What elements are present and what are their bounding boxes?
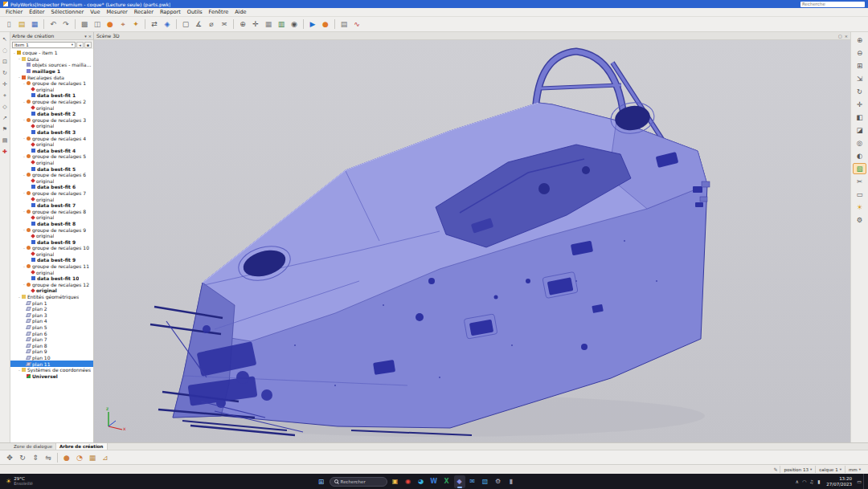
lasso-icon[interactable]: ◌ (1, 47, 10, 55)
tree-item[interactable]: plan 10 (10, 355, 93, 361)
color-map-icon[interactable]: ▧ (853, 163, 866, 174)
tree-item[interactable]: data best-fit 10 (10, 275, 93, 282)
notification-center-icon[interactable]: ▭ (856, 479, 862, 484)
show-desktop-button[interactable] (863, 474, 866, 489)
new-file-icon[interactable]: ▯ (3, 18, 14, 31)
pan-icon[interactable]: ✛ (1, 80, 10, 88)
tree-search-icon[interactable]: ◂ (76, 42, 84, 48)
select-elements-icon[interactable]: ▢ (180, 18, 191, 31)
shading-icon[interactable]: ◐ (853, 150, 866, 161)
tree-item[interactable]: - groupe de recalages 8 (10, 208, 93, 214)
tree-item[interactable]: objets sources - maillage 1 (10, 62, 93, 68)
triad-icon[interactable]: ✚ (1, 148, 10, 156)
datum-points-icon[interactable]: ● (61, 451, 72, 463)
tree-item[interactable]: data best-fit 7 (10, 202, 93, 209)
scan-icon[interactable]: ✦ (130, 18, 141, 31)
menubar-item[interactable]: Vue (87, 8, 103, 17)
tree-item[interactable]: original (10, 141, 93, 148)
tree-item[interactable]: - coque - item 1 (10, 50, 93, 56)
zoom-in-icon[interactable]: ⊕ (853, 35, 866, 46)
tree-item[interactable]: plan 4 (10, 318, 93, 324)
units-selector[interactable]: mm ▾ (845, 466, 864, 473)
tree-item[interactable]: plan 3 (10, 312, 93, 319)
feature-icon[interactable]: ◔ (74, 451, 85, 463)
tree-item[interactable]: plan 9 (10, 348, 93, 355)
tree-item[interactable]: data best-fit 9 (10, 238, 93, 245)
menubar-item[interactable]: Aide (231, 8, 249, 17)
plane-tool-icon[interactable]: ◇ (1, 103, 10, 111)
save-icon[interactable]: ▦ (29, 18, 40, 31)
tab-zone-de-dialogue[interactable]: Zone de dialogue (10, 443, 56, 450)
undo-icon[interactable]: ↶ (47, 18, 59, 31)
tree-item[interactable]: original (10, 104, 93, 111)
tree-item[interactable]: - groupe de recalages 9 (10, 226, 93, 233)
panel-menu-icon[interactable]: ▾ (84, 34, 87, 39)
position-selector[interactable]: position 13 ▾ (780, 466, 815, 473)
snapshot-icon[interactable]: ◫ (92, 18, 103, 31)
tree-item[interactable]: plan 11 (10, 361, 93, 367)
surface-tool-icon[interactable]: ⊿ (100, 451, 111, 463)
taskbar-settings[interactable]: ⚙ (493, 475, 504, 488)
tree-item[interactable]: original (10, 269, 93, 275)
tree-item[interactable]: original (10, 214, 93, 221)
menubar-item[interactable]: Outils (184, 8, 206, 17)
tree-item[interactable]: - Entités géométriques (10, 294, 93, 300)
chart-icon[interactable]: ∿ (351, 18, 362, 31)
menubar-item[interactable]: Mesurer (103, 8, 130, 17)
menubar-item[interactable]: Rapport (157, 8, 184, 17)
measure-angle-icon[interactable]: ∡ (193, 18, 204, 31)
mirror-object-icon[interactable]: ⇋ (43, 451, 54, 463)
menubar-item[interactable]: Recaler (131, 8, 157, 17)
viewport-maximize-icon[interactable]: ▢ (838, 34, 842, 39)
panel-close-icon[interactable]: × (88, 34, 92, 39)
tree-item[interactable]: - groupe de recalages 2 (10, 99, 93, 105)
global-search-input[interactable] (800, 2, 865, 7)
align-icon[interactable]: ⇄ (149, 18, 160, 31)
probe-icon[interactable]: ⌖ (117, 18, 129, 31)
taskbar-polyworks[interactable]: ◆ (454, 475, 465, 488)
tree-item[interactable]: - Recalages data (10, 74, 93, 80)
zoom-out-icon[interactable]: ⊖ (853, 47, 866, 59)
tree-item[interactable]: original (10, 160, 93, 166)
play-macro-icon[interactable]: ▶ (307, 18, 318, 31)
tree-item[interactable]: plan 7 (10, 336, 93, 343)
tab-arbre-de-creation[interactable]: Arbre de création (56, 443, 107, 450)
tray-volume-icon[interactable]: ♫ (808, 477, 815, 487)
open-file-icon[interactable]: ▤ (16, 18, 27, 31)
tree-item[interactable]: plan 8 (10, 343, 93, 349)
taskbar-edge[interactable]: ◕ (416, 475, 427, 488)
tree-item[interactable]: - groupe de recalages 6 (10, 172, 93, 178)
tree-item[interactable]: data best-fit 2 (10, 111, 93, 117)
taskbar-search[interactable]: Rechercher (330, 477, 387, 487)
taskbar-chrome[interactable]: ◉ (403, 475, 414, 488)
grid-icon[interactable]: ▦ (263, 18, 274, 31)
translate-object-icon[interactable]: ✥ (4, 451, 15, 463)
tree-item[interactable]: - groupe de recalages 5 (10, 153, 93, 160)
tree-item[interactable]: plan 5 (10, 324, 93, 331)
report-icon[interactable]: ▤ (338, 18, 350, 31)
standard-views-icon[interactable]: ◧ (853, 112, 866, 123)
tree-item[interactable]: original (10, 287, 93, 294)
viewport-close-icon[interactable]: × (845, 34, 848, 39)
zoom-tool-icon[interactable]: ⊕ (237, 18, 248, 31)
tree-item[interactable]: original (10, 87, 93, 93)
dimension-icon[interactable]: ⌀ (206, 18, 217, 31)
tray-battery-icon[interactable]: ▮ (815, 477, 822, 487)
tree-item[interactable]: - groupe de recalages 12 (10, 282, 93, 288)
fit-view-icon[interactable]: ⇲ (853, 73, 866, 84)
label-icon[interactable]: ⚑ (1, 125, 10, 133)
tree-item[interactable]: original (10, 177, 93, 184)
compare-icon[interactable]: ≍ (219, 18, 230, 31)
taskbar-file-explorer[interactable]: ▣ (390, 475, 401, 488)
zoom-window-icon[interactable]: ⊞ (853, 60, 866, 71)
menubar-item[interactable]: Fenêtre (206, 8, 232, 17)
scale-object-icon[interactable]: ⇕ (30, 451, 41, 463)
item-selector-dropdown[interactable]: item 1 ▾ (12, 42, 76, 48)
tree-item[interactable]: original (10, 123, 93, 129)
weather-widget[interactable]: ☀ 29°C Ensoleillé (0, 477, 39, 486)
menubar-item[interactable]: Éditer (26, 8, 47, 17)
measure-point-icon[interactable]: ⌖ (1, 92, 10, 100)
tree-item[interactable]: - Data (10, 56, 93, 63)
tree-item[interactable]: original (10, 233, 93, 239)
layer-selector[interactable]: calque 1 ▾ (815, 466, 845, 473)
